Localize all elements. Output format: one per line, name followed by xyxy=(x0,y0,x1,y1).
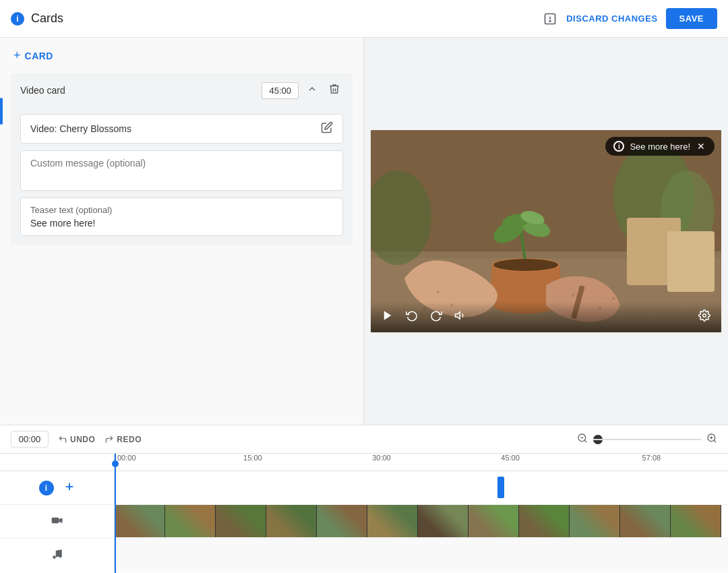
card-timestamp: 45:00 xyxy=(262,82,299,99)
svg-marker-27 xyxy=(456,312,460,320)
film-frame xyxy=(317,505,367,537)
svg-point-19 xyxy=(437,291,439,293)
svg-rect-10 xyxy=(667,231,715,292)
time-ruler: 00:00 15:00 30:00 45:00 57:08 xyxy=(0,454,728,471)
svg-line-30 xyxy=(584,440,586,442)
header-right: DISCARD CHANGES SAVE xyxy=(542,8,717,29)
film-frame xyxy=(216,505,266,537)
teaser-label: Teaser text (optional) xyxy=(30,205,333,215)
play-button[interactable] xyxy=(380,308,395,326)
svg-point-28 xyxy=(703,314,706,318)
video-overlay-card: i See more here! ✕ xyxy=(605,137,715,156)
cards-track-row: i xyxy=(0,471,728,505)
video-track-row xyxy=(0,505,728,539)
ruler-mark-0: 00:00 xyxy=(117,454,136,462)
add-card-bar[interactable]: + CARD xyxy=(0,38,363,73)
filmstrip xyxy=(115,505,728,538)
header-left: i Cards xyxy=(11,11,63,26)
edit-video-button[interactable] xyxy=(321,121,333,136)
accent-bar xyxy=(0,98,3,125)
left-panel: + CARD Video card 45:00 xyxy=(0,38,364,425)
svg-point-39 xyxy=(53,555,56,559)
warning-icon xyxy=(542,11,558,27)
card-marker[interactable] xyxy=(497,477,504,498)
audio-track-icon[interactable] xyxy=(51,548,63,563)
collapse-button[interactable] xyxy=(304,81,320,100)
video-controls xyxy=(371,301,721,332)
film-frame xyxy=(266,505,317,537)
card-title: Video card xyxy=(20,85,65,96)
card-header[interactable]: Video card 45:00 xyxy=(11,73,353,107)
card-body: Video: Cherry Blossoms Teaser text (opti… xyxy=(11,107,353,245)
svg-point-40 xyxy=(59,555,62,558)
rewind-button[interactable] xyxy=(404,308,419,326)
card-header-left: Video card xyxy=(20,85,65,96)
film-frame xyxy=(570,505,620,537)
info-icon: i xyxy=(11,12,24,26)
custom-message-input[interactable] xyxy=(20,150,343,191)
settings-button[interactable] xyxy=(697,308,712,326)
cards-track-content xyxy=(115,471,728,504)
video-track-content xyxy=(115,505,728,538)
main-layout: + CARD Video card 45:00 xyxy=(0,38,728,425)
film-frame xyxy=(519,505,570,537)
zoom-out-button[interactable] xyxy=(577,433,588,446)
overlay-text: See more here! xyxy=(630,142,690,152)
timeline-section: 00:00 UNDO REDO xyxy=(0,425,728,573)
card-video-label: Video: Cherry Blossoms xyxy=(30,123,131,134)
cards-track-icons: i xyxy=(0,471,115,504)
playhead xyxy=(115,454,116,573)
svg-point-22 xyxy=(572,294,574,297)
svg-point-2 xyxy=(549,20,551,22)
svg-line-33 xyxy=(714,440,716,442)
film-frame xyxy=(418,505,468,537)
overlay-info-icon: i xyxy=(613,141,624,152)
teaser-value: See more here! xyxy=(30,218,333,229)
forward-button[interactable] xyxy=(429,308,444,326)
ruler-mark-4: 57:08 xyxy=(642,454,661,462)
page-title: Cards xyxy=(31,11,63,26)
card-header-right: 45:00 xyxy=(262,80,343,100)
film-frame xyxy=(671,505,721,537)
zoom-in-button[interactable] xyxy=(706,433,717,446)
save-button[interactable]: SAVE xyxy=(666,8,717,29)
zoom-controls xyxy=(577,433,717,446)
svg-point-18 xyxy=(493,259,558,271)
film-frame xyxy=(367,505,418,537)
video-track-icon[interactable] xyxy=(51,514,64,530)
film-frame xyxy=(620,505,671,537)
zoom-track[interactable] xyxy=(593,439,701,440)
cards-info-icon[interactable]: i xyxy=(39,481,54,495)
teaser-text-container: Teaser text (optional) See more here! xyxy=(20,198,343,236)
card-video-row: Video: Cherry Blossoms xyxy=(20,114,343,144)
time-display: 00:00 xyxy=(11,431,49,448)
film-frame xyxy=(165,505,216,537)
overlay-close-button[interactable]: ✕ xyxy=(696,141,706,152)
ruler-marks: 00:00 15:00 30:00 45:00 57:08 xyxy=(115,454,728,471)
svg-point-24 xyxy=(612,297,615,300)
app-header: i Cards DISCARD CHANGES SAVE xyxy=(0,0,728,38)
film-frame xyxy=(468,505,519,537)
add-card-label: CARD xyxy=(25,51,53,61)
audio-track-row xyxy=(0,539,728,572)
audio-track-icons xyxy=(0,539,115,572)
ruler-mark-2: 30:00 xyxy=(372,454,391,462)
redo-button[interactable]: REDO xyxy=(104,435,142,444)
undo-button[interactable]: UNDO xyxy=(58,435,95,444)
audio-track-content xyxy=(115,539,728,572)
add-card-track-button[interactable] xyxy=(63,481,75,495)
plus-icon: + xyxy=(13,49,21,63)
timeline-toolbar: 00:00 UNDO REDO xyxy=(0,425,728,454)
video-track-icons xyxy=(0,505,115,538)
right-panel: i See more here! ✕ xyxy=(364,38,728,425)
discard-changes-button[interactable]: DISCARD CHANGES xyxy=(566,13,657,24)
svg-rect-38 xyxy=(51,517,59,522)
video-card-section: Video card 45:00 xyxy=(11,73,353,245)
volume-button[interactable] xyxy=(453,308,468,326)
svg-marker-26 xyxy=(384,311,392,320)
video-player: i See more here! ✕ xyxy=(371,130,721,332)
ruler-mark-3: 45:00 xyxy=(501,454,520,462)
video-thumbnail: i See more here! ✕ xyxy=(371,130,721,332)
delete-card-button[interactable] xyxy=(326,80,343,100)
film-frame xyxy=(115,505,165,537)
